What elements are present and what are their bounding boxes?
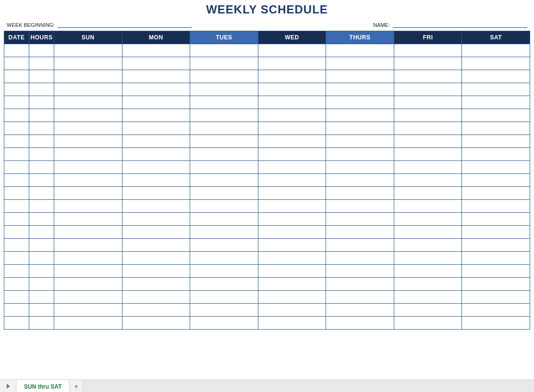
table-cell[interactable]	[122, 174, 190, 187]
table-cell[interactable]	[258, 109, 326, 122]
table-cell[interactable]	[462, 70, 530, 83]
table-cell[interactable]	[29, 317, 54, 330]
table-cell[interactable]	[394, 174, 462, 187]
table-cell[interactable]	[54, 252, 122, 265]
table-cell[interactable]	[122, 148, 190, 161]
table-cell[interactable]	[326, 226, 394, 239]
table-cell[interactable]	[29, 83, 54, 96]
table-cell[interactable]	[258, 161, 326, 174]
table-cell[interactable]	[394, 83, 462, 96]
table-cell[interactable]	[29, 213, 54, 226]
table-cell[interactable]	[122, 187, 190, 200]
tab-nav-button[interactable]	[0, 380, 16, 392]
table-cell[interactable]	[462, 148, 530, 161]
table-cell[interactable]	[462, 83, 530, 96]
table-cell[interactable]	[4, 200, 29, 213]
table-cell[interactable]	[54, 278, 122, 291]
table-cell[interactable]	[4, 317, 29, 330]
table-cell[interactable]	[394, 278, 462, 291]
table-cell[interactable]	[4, 187, 29, 200]
table-cell[interactable]	[462, 44, 530, 57]
table-cell[interactable]	[122, 57, 190, 70]
table-cell[interactable]	[258, 304, 326, 317]
table-cell[interactable]	[4, 148, 29, 161]
table-cell[interactable]	[258, 239, 326, 252]
table-cell[interactable]	[258, 200, 326, 213]
table-cell[interactable]	[122, 96, 190, 109]
table-cell[interactable]	[190, 226, 258, 239]
table-cell[interactable]	[122, 291, 190, 304]
table-cell[interactable]	[462, 187, 530, 200]
table-cell[interactable]	[4, 265, 29, 278]
table-cell[interactable]	[54, 226, 122, 239]
table-cell[interactable]	[394, 109, 462, 122]
table-cell[interactable]	[462, 226, 530, 239]
table-cell[interactable]	[190, 148, 258, 161]
table-cell[interactable]	[4, 304, 29, 317]
table-cell[interactable]	[258, 213, 326, 226]
table-cell[interactable]	[122, 239, 190, 252]
table-cell[interactable]	[29, 252, 54, 265]
table-cell[interactable]	[122, 304, 190, 317]
table-cell[interactable]	[462, 135, 530, 148]
table-cell[interactable]	[326, 317, 394, 330]
table-cell[interactable]	[326, 109, 394, 122]
table-cell[interactable]	[54, 96, 122, 109]
table-cell[interactable]	[29, 109, 54, 122]
table-cell[interactable]	[326, 161, 394, 174]
table-cell[interactable]	[29, 161, 54, 174]
table-cell[interactable]	[29, 96, 54, 109]
table-cell[interactable]	[4, 291, 29, 304]
table-cell[interactable]	[4, 96, 29, 109]
table-cell[interactable]	[394, 44, 462, 57]
table-cell[interactable]	[54, 135, 122, 148]
table-cell[interactable]	[394, 187, 462, 200]
table-cell[interactable]	[4, 161, 29, 174]
sheet-tab-active[interactable]: SUN thru SAT	[16, 380, 70, 392]
table-cell[interactable]	[4, 109, 29, 122]
table-cell[interactable]	[4, 83, 29, 96]
table-cell[interactable]	[326, 239, 394, 252]
table-cell[interactable]	[190, 96, 258, 109]
table-cell[interactable]	[190, 70, 258, 83]
table-cell[interactable]	[394, 226, 462, 239]
table-cell[interactable]	[54, 57, 122, 70]
table-cell[interactable]	[29, 135, 54, 148]
table-cell[interactable]	[4, 174, 29, 187]
table-cell[interactable]	[4, 70, 29, 83]
table-cell[interactable]	[258, 57, 326, 70]
table-cell[interactable]	[190, 200, 258, 213]
table-cell[interactable]	[54, 304, 122, 317]
table-cell[interactable]	[4, 213, 29, 226]
table-cell[interactable]	[190, 239, 258, 252]
table-cell[interactable]	[258, 265, 326, 278]
table-cell[interactable]	[394, 57, 462, 70]
table-cell[interactable]	[4, 135, 29, 148]
table-cell[interactable]	[326, 278, 394, 291]
table-cell[interactable]	[122, 317, 190, 330]
table-cell[interactable]	[326, 70, 394, 83]
table-cell[interactable]	[54, 109, 122, 122]
table-cell[interactable]	[29, 291, 54, 304]
table-cell[interactable]	[394, 96, 462, 109]
table-cell[interactable]	[54, 161, 122, 174]
table-cell[interactable]	[258, 278, 326, 291]
table-cell[interactable]	[54, 44, 122, 57]
table-cell[interactable]	[29, 187, 54, 200]
table-cell[interactable]	[4, 252, 29, 265]
table-cell[interactable]	[29, 44, 54, 57]
add-sheet-button[interactable]: +	[70, 380, 83, 392]
table-cell[interactable]	[29, 265, 54, 278]
table-cell[interactable]	[190, 291, 258, 304]
table-cell[interactable]	[4, 226, 29, 239]
table-cell[interactable]	[29, 226, 54, 239]
table-cell[interactable]	[122, 200, 190, 213]
week-beginning-input[interactable]	[58, 21, 192, 28]
table-cell[interactable]	[190, 278, 258, 291]
table-cell[interactable]	[190, 83, 258, 96]
table-cell[interactable]	[4, 278, 29, 291]
table-cell[interactable]	[190, 161, 258, 174]
table-cell[interactable]	[326, 187, 394, 200]
table-cell[interactable]	[54, 187, 122, 200]
table-cell[interactable]	[122, 226, 190, 239]
